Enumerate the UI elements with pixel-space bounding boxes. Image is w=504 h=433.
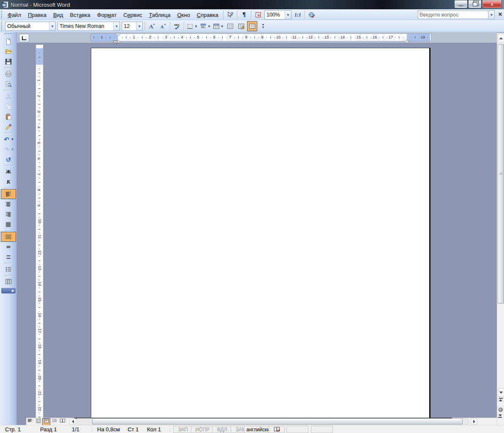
font-size-dropdown-icon[interactable]: ▼	[136, 22, 142, 30]
question-dropdown-icon[interactable]: ▼	[489, 10, 495, 19]
dropdown-caret-icon[interactable]: ▼	[221, 25, 224, 28]
menu-сервис[interactable]: Сервис	[120, 11, 146, 19]
menu-формат[interactable]: Формат	[94, 11, 120, 19]
toolbar-options-button[interactable]: ▼▼	[258, 21, 268, 31]
font-size-combo[interactable]: 12 ▼	[122, 22, 143, 31]
show-gridlines-icon	[248, 22, 256, 30]
dropdown-caret-icon[interactable]: ▼	[207, 25, 211, 28]
line-spacing-button[interactable]	[1, 232, 16, 242]
toolbar-grip[interactable]	[4, 33, 13, 36]
ruler-tick	[39, 272, 40, 272]
close-button[interactable]: x	[482, 0, 502, 8]
spacing-double-button[interactable]	[1, 252, 16, 262]
status-toggle-вдл[interactable]: ВДЛ	[212, 426, 232, 433]
scroll-up-button[interactable]	[498, 34, 504, 42]
align-right-button[interactable]	[1, 209, 16, 219]
print-button[interactable]	[1, 69, 16, 79]
style-combo[interactable]: Обычный ▼	[5, 22, 56, 31]
horizontal-ruler[interactable]: 1234567891011121314151617119	[90, 33, 431, 41]
menu-окно[interactable]: Окно	[174, 11, 193, 19]
save-button[interactable]	[1, 57, 16, 67]
font-combo[interactable]: Times New Roman ▼	[57, 22, 120, 31]
vertical-scroll-thumb[interactable]	[498, 44, 504, 304]
bullets-button[interactable]	[1, 264, 16, 274]
menu-вид[interactable]: Вид	[50, 11, 67, 19]
zoom-combo[interactable]: 100% ▼	[264, 10, 292, 19]
vertical-scrollbar[interactable]	[497, 33, 504, 425]
toolbar-grip[interactable]	[1, 22, 3, 31]
menu-вставка[interactable]: Вставка	[66, 11, 93, 19]
border-panel-button[interactable]: ▼	[199, 21, 211, 31]
shrink-font-button[interactable]: A	[158, 21, 168, 31]
ruler-tick	[267, 37, 267, 38]
italic-button[interactable]: К	[1, 177, 16, 187]
grow-font-button[interactable]: A	[147, 21, 157, 31]
repeat-button[interactable]: ↺	[1, 154, 16, 164]
insert-table-button[interactable]: ▼	[212, 21, 224, 31]
menu-справка[interactable]: Справка	[193, 11, 222, 19]
restore-button[interactable]	[468, 0, 482, 8]
open-button[interactable]	[1, 47, 16, 57]
help-select-button[interactable]: ?	[225, 10, 235, 20]
justify-button[interactable]	[1, 219, 16, 230]
title-bar[interactable]: W Normal - Microsoft Word — x	[0, 0, 504, 9]
globe-check-button[interactable]	[307, 10, 317, 20]
view-outline-button[interactable]	[50, 418, 58, 425]
format-painter-button[interactable]	[1, 122, 16, 132]
view-normal-button[interactable]	[26, 418, 34, 425]
browse-next-button[interactable]	[498, 414, 502, 418]
undo-button[interactable]: ↶▼	[1, 134, 16, 144]
document-page[interactable]	[91, 48, 430, 418]
status-toggle-испр[interactable]: ИСПР	[191, 426, 214, 433]
view-print-button[interactable]	[42, 418, 50, 425]
dropdown-caret-icon[interactable]: ▼	[11, 137, 14, 141]
browse-previous-button[interactable]	[498, 397, 503, 401]
horizontal-scroll-thumb[interactable]	[92, 418, 463, 425]
tab-selector-button[interactable]	[19, 34, 29, 42]
columns-button[interactable]	[1, 277, 16, 287]
spelling-status-button[interactable]	[269, 426, 285, 433]
scroll-down-button[interactable]	[498, 388, 504, 397]
zoom-dropdown-icon[interactable]: ▼	[285, 11, 291, 19]
menu-файл[interactable]: Файл	[4, 11, 25, 19]
font-dropdown-icon[interactable]: ▼	[113, 22, 120, 30]
right-indent-marker[interactable]	[404, 37, 409, 43]
left-indent-marker[interactable]	[113, 41, 117, 43]
scroll-right-button[interactable]	[471, 418, 477, 425]
toolbar-overflow-button[interactable]: ▶	[1, 288, 16, 293]
show-gridlines-button[interactable]	[247, 21, 257, 31]
bold-button[interactable]: Ж	[1, 167, 16, 177]
spelling-button[interactable]: ABC	[172, 21, 182, 31]
paste-button[interactable]	[1, 112, 16, 122]
menu-таблица[interactable]: Таблица	[145, 11, 174, 19]
dropdown-caret-icon[interactable]: ▼	[11, 148, 14, 151]
ruler-tick	[226, 37, 227, 38]
borders-button[interactable]: ▼	[186, 21, 198, 31]
table-grid-button[interactable]	[225, 21, 235, 31]
view-web-button[interactable]	[34, 418, 42, 425]
window-title: Normal - Microsoft Word	[11, 2, 70, 8]
menu-close-icon[interactable]: ✕	[498, 11, 502, 17]
scroll-left-button[interactable]	[69, 418, 76, 425]
style-dropdown-icon[interactable]: ▼	[49, 22, 55, 30]
menu-правка[interactable]: Правка	[25, 11, 50, 19]
spacing-single-button[interactable]	[1, 242, 16, 252]
scale-1-1-button[interactable]: 1:1	[293, 10, 303, 20]
toolbar-grip[interactable]	[1, 11, 3, 19]
ruler-number: 20	[38, 375, 42, 380]
ruler-tick	[39, 358, 40, 359]
frame-red-button[interactable]	[253, 10, 263, 20]
new-document-button[interactable]	[1, 36, 16, 47]
select-browse-object-button[interactable]	[499, 408, 503, 412]
pilcrow-button[interactable]: ¶	[239, 10, 249, 20]
view-reading-button[interactable]	[58, 418, 66, 425]
status-toggle-зап[interactable]: ЗАП	[173, 426, 193, 433]
question-input[interactable]	[418, 11, 489, 19]
vertical-ruler[interactable]: 12345678910111213141516171819202122	[35, 44, 44, 418]
align-left-button[interactable]	[1, 189, 16, 199]
draw-table-button[interactable]	[236, 21, 246, 31]
minimize-button[interactable]: —	[454, 0, 468, 8]
align-center-button[interactable]	[1, 199, 16, 209]
print-preview-button[interactable]	[1, 79, 16, 89]
dropdown-caret-icon[interactable]: ▼	[194, 25, 198, 28]
